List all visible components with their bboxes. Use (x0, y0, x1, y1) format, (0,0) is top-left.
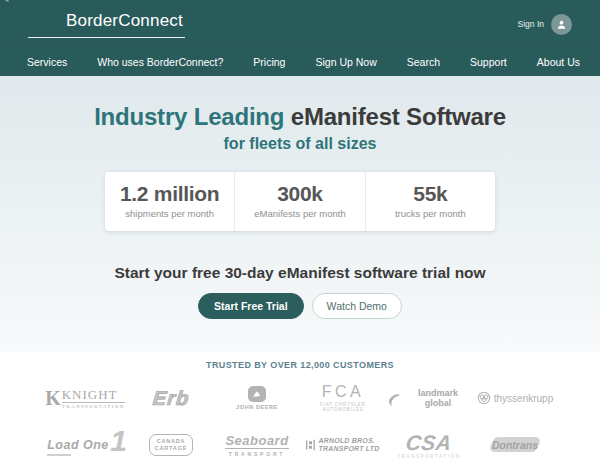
seaboard-subtext: TRANSPORT (229, 451, 285, 457)
customer-logo-grid: K ★ KNIGHT TRANSPORTATION Erb JOHN DEERE… (42, 377, 558, 466)
sign-in-link[interactable]: Sign In (518, 19, 544, 29)
logo-csa-transportation: CSA TRANSPORTATION (386, 424, 472, 466)
nav-about-us[interactable]: About Us (537, 56, 580, 68)
landmark-swoosh-icon (386, 394, 402, 408)
top-header: BorderConnect Sign In (0, 0, 600, 48)
watch-demo-button[interactable]: Watch Demo (312, 293, 402, 319)
canada-cartage-line2: CARTAGE (150, 445, 192, 452)
load-one-wordmark: Load One (47, 438, 109, 452)
stat-emanifests-value: 300k (235, 182, 364, 206)
trusted-section: TRUSTED BY OVER 12,000 CUSTOMERS K ★ KNI… (0, 352, 600, 466)
logo-arnold-bros: ARNOLD BROS. TRANSPORT LTD (300, 424, 386, 466)
stat-emanifests-label: eManifests per month (235, 208, 364, 219)
csa-subtext: TRANSPORTATION (397, 454, 460, 459)
logo-load-one: 1 Load One (42, 424, 128, 466)
knight-subtext: TRANSPORTATION (62, 402, 125, 409)
fca-wordmark: FCA (322, 384, 365, 400)
logo-erb: Erb (128, 377, 214, 419)
thyssenkrupp-rings-icon (477, 391, 491, 405)
knight-k-mark: K (45, 388, 61, 408)
logo-fca: FCA FIAT CHRYSLER AUTOMOBILES (300, 377, 386, 419)
person-icon (556, 19, 567, 30)
seaboard-wordmark: Seaboard (225, 434, 288, 449)
cta-buttons: Start Free Trial Watch Demo (0, 293, 600, 319)
stat-trucks-value: 55k (366, 182, 495, 206)
logo-underline (28, 37, 185, 38)
cta-heading: Start your free 30-day eManifest softwar… (0, 264, 600, 282)
load-one-tagline-bar (47, 454, 71, 456)
logo-seaboard-transport: Seaboard TRANSPORT (214, 424, 300, 466)
stat-shipments-value: 1.2 million (105, 182, 234, 206)
stat-shipments-label: shipments per month (105, 208, 234, 219)
fca-subtext: FIAT CHRYSLER AUTOMOBILES (300, 402, 386, 412)
logo-thyssenkrupp: thyssenkrupp (472, 377, 558, 419)
logo-canada-cartage: CANADA CARTAGE (128, 424, 214, 466)
knight-star-icon: ★ (4, 0, 10, 4)
hero-section: Industry Leading eManifest Software for … (0, 76, 600, 352)
header-account-area: Sign In (518, 14, 572, 35)
arnold-bros-line1: ARNOLD BROS. (318, 437, 379, 445)
stats-card: 1.2 million shipments per month 300k eMa… (105, 172, 495, 231)
brand-logo[interactable]: BorderConnect (66, 11, 183, 38)
stat-trucks: 55k trucks per month (365, 172, 495, 231)
thyssenkrupp-wordmark: thyssenkrupp (494, 393, 553, 404)
stat-trucks-label: trucks per month (366, 208, 495, 219)
load-one-numeral: 1 (110, 424, 127, 458)
arnold-bros-icon (306, 438, 315, 452)
nav-search[interactable]: Search (407, 56, 440, 68)
dontrans-wordmark: Dontrans (487, 439, 543, 451)
logo-john-deere: JOHN DEERE (214, 377, 300, 419)
nav-support[interactable]: Support (470, 56, 507, 68)
stat-shipments: 1.2 million shipments per month (105, 172, 234, 231)
page-title: Industry Leading eManifest Software (0, 76, 600, 131)
csa-wordmark: CSA (405, 432, 454, 453)
landmark-wordmark: landmark global (404, 388, 472, 408)
logo-knight-transportation: K ★ KNIGHT TRANSPORTATION (42, 377, 128, 419)
nav-sign-up-now[interactable]: Sign Up Now (315, 56, 376, 68)
nav-pricing[interactable]: Pricing (253, 56, 285, 68)
brand-logo-text: BorderConnect (66, 11, 183, 30)
user-avatar-button[interactable] (551, 14, 572, 35)
erb-wordmark: Erb (152, 387, 191, 410)
knight-wordmark: KNIGHT (62, 388, 125, 401)
start-free-trial-button[interactable]: Start Free Trial (198, 293, 304, 319)
page-title-rest: eManifest Software (291, 103, 506, 130)
john-deere-deer-icon (248, 386, 266, 402)
stat-emanifests: 300k eManifests per month (234, 172, 364, 231)
canada-cartage-line1: CANADA (150, 438, 192, 445)
nav-who-uses[interactable]: Who uses BorderConnect? (97, 56, 223, 68)
logo-landmark-global: landmark global (386, 377, 472, 419)
page-subtitle: for fleets of all sizes (0, 135, 600, 153)
arnold-bros-line2: TRANSPORT LTD (318, 445, 379, 453)
trusted-caption: TRUSTED BY OVER 12,000 CUSTOMERS (0, 360, 600, 370)
main-nav: Services Who uses BorderConnect? Pricing… (0, 48, 600, 76)
logo-dontrans: Dontrans (472, 424, 558, 466)
nav-services[interactable]: Services (27, 56, 67, 68)
page-title-accent: Industry Leading (94, 103, 284, 130)
john-deere-wordmark: JOHN DEERE (236, 404, 278, 410)
